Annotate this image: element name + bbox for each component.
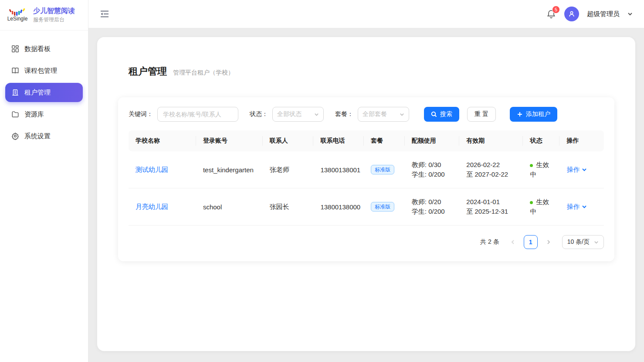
login-account: test_kindergarten bbox=[196, 151, 263, 188]
main-area: 5 超级管理员 租户管理 管理平台租户（学校） 关键词： bbox=[88, 0, 644, 362]
brand-area: LeSingle 少儿智慧阅读 服务管理后台 bbox=[0, 0, 88, 31]
status-cell: 生效中 bbox=[523, 188, 559, 225]
header-right: 5 超级管理员 bbox=[546, 7, 633, 21]
add-tenant-button[interactable]: 添加租户 bbox=[510, 107, 557, 122]
dashboard-icon bbox=[11, 45, 19, 53]
col-contact: 联系人 bbox=[263, 130, 314, 151]
row-actions-dropdown[interactable]: 操作 bbox=[566, 203, 587, 211]
page-head: 租户管理 管理平台租户（学校） bbox=[129, 65, 614, 78]
col-validity: 有效期 bbox=[459, 130, 523, 151]
menu-fold-icon bbox=[100, 9, 109, 19]
chevron-down-icon bbox=[582, 204, 587, 209]
col-school-name: 学校名称 bbox=[129, 130, 196, 151]
pagination-total: 共 2 条 bbox=[480, 238, 499, 246]
plan-select[interactable]: 全部套餐 bbox=[358, 107, 409, 122]
table-row: 测试幼儿园 test_kindergarten 张老师 13800138001 … bbox=[129, 151, 604, 188]
search-icon bbox=[431, 111, 437, 117]
sidebar-item-course-packages[interactable]: 课程包管理 bbox=[5, 61, 83, 80]
sidebar: LeSingle 少儿智慧阅读 服务管理后台 数据看板 课程包管理 租户管理 bbox=[0, 0, 88, 362]
plan-label: 套餐： bbox=[335, 110, 353, 118]
page-size-select[interactable]: 10 条/页 bbox=[562, 235, 604, 249]
keyword-input[interactable] bbox=[157, 107, 238, 122]
contact-phone: 13800138001 bbox=[313, 151, 364, 188]
logo-bars-icon bbox=[8, 8, 27, 16]
school-name-link[interactable]: 月亮幼儿园 bbox=[136, 203, 168, 210]
status-select-value: 全部状态 bbox=[277, 110, 302, 118]
sidebar-item-label: 系统设置 bbox=[24, 132, 51, 140]
valid-to: 至 2025-12-31 bbox=[466, 207, 516, 216]
book-icon bbox=[11, 67, 19, 75]
search-button[interactable]: 搜索 bbox=[424, 107, 459, 122]
table-header: 学校名称 登录账号 联系人 联系电话 套餐 配额使用 有效期 状态 操作 bbox=[129, 130, 604, 151]
tenant-table: 学校名称 登录账号 联系人 联系电话 套餐 配额使用 有效期 状态 操作 bbox=[129, 130, 604, 225]
chevron-down-icon bbox=[594, 240, 599, 245]
brand-subtitle: 服务管理后台 bbox=[33, 16, 75, 24]
content-area: 租户管理 管理平台租户（学校） 关键词： 状态： 全部状态 bbox=[88, 28, 644, 362]
status-dot bbox=[530, 164, 533, 167]
pagination-page-1[interactable]: 1 bbox=[524, 235, 538, 249]
login-account: school bbox=[196, 188, 263, 225]
status-select[interactable]: 全部状态 bbox=[272, 107, 324, 122]
pagination-prev-button[interactable] bbox=[506, 236, 519, 249]
page-card: 租户管理 管理平台租户（学校） 关键词： 状态： 全部状态 bbox=[97, 37, 635, 351]
brand-logo: LeSingle bbox=[6, 8, 29, 22]
chevron-down-icon bbox=[400, 112, 404, 117]
validity-cell: 2024-01-01 至 2025-12-31 bbox=[459, 188, 523, 225]
quota-cell: 教师: 0/20 学生: 0/200 bbox=[405, 188, 459, 225]
col-status: 状态 bbox=[523, 130, 559, 151]
sidebar-item-label: 租户管理 bbox=[24, 89, 51, 97]
status-label: 状态： bbox=[250, 110, 268, 118]
sidebar-item-dashboard[interactable]: 数据看板 bbox=[5, 39, 83, 58]
pagination: 共 2 条 1 10 条/页 bbox=[129, 235, 604, 249]
plan-select-value: 全部套餐 bbox=[363, 110, 387, 118]
row-actions-dropdown[interactable]: 操作 bbox=[566, 166, 587, 174]
sidebar-menu: 数据看板 课程包管理 租户管理 资源库 系统设置 bbox=[0, 31, 88, 157]
quota-teachers: 教师: 0/30 bbox=[412, 160, 452, 170]
plan-tag: 标准版 bbox=[371, 202, 394, 212]
avatar[interactable] bbox=[564, 7, 579, 21]
page-title: 租户管理 bbox=[129, 65, 167, 78]
contact-name: 张老师 bbox=[263, 151, 314, 188]
sidebar-item-tenants[interactable]: 租户管理 bbox=[5, 83, 83, 102]
pagination-next-button[interactable] bbox=[542, 236, 555, 249]
valid-from: 2024-01-01 bbox=[466, 197, 516, 207]
sidebar-item-label: 课程包管理 bbox=[24, 67, 57, 75]
tenant-panel: 关键词： 状态： 全部状态 套餐： 全部套餐 bbox=[118, 97, 614, 261]
username[interactable]: 超级管理员 bbox=[587, 10, 620, 18]
notification-badge: 5 bbox=[552, 6, 560, 14]
valid-from: 2026-02-22 bbox=[466, 160, 516, 170]
row-actions-label: 操作 bbox=[566, 166, 580, 174]
brand-title: 少儿智慧阅读 bbox=[33, 7, 75, 16]
chevron-left-icon bbox=[510, 239, 515, 245]
col-actions: 操作 bbox=[559, 130, 604, 151]
search-button-label: 搜索 bbox=[440, 110, 452, 118]
sidebar-item-resources[interactable]: 资源库 bbox=[5, 105, 83, 124]
chevron-down-icon bbox=[582, 167, 587, 172]
keyword-label: 关键词： bbox=[129, 110, 153, 118]
page-size-value: 10 条/页 bbox=[567, 238, 590, 246]
reset-button[interactable]: 重 置 bbox=[467, 107, 496, 122]
row-actions-label: 操作 bbox=[566, 203, 580, 211]
sidebar-item-label: 资源库 bbox=[24, 110, 44, 119]
table-row: 月亮幼儿园 school 张园长 13800138000 标准版 教师: 0/2… bbox=[129, 188, 604, 225]
reset-button-label: 重 置 bbox=[475, 110, 488, 118]
menu-fold-button[interactable] bbox=[100, 9, 109, 19]
chevron-down-icon[interactable] bbox=[627, 11, 633, 17]
contact-phone: 13800138000 bbox=[313, 188, 364, 225]
status-dot bbox=[530, 201, 533, 204]
col-phone: 联系电话 bbox=[313, 130, 364, 151]
school-name-link[interactable]: 测试幼儿园 bbox=[136, 166, 168, 173]
col-plan: 套餐 bbox=[364, 130, 405, 151]
plan-tag: 标准版 bbox=[371, 165, 394, 174]
quota-students: 学生: 0/200 bbox=[412, 207, 452, 216]
sidebar-item-settings[interactable]: 系统设置 bbox=[5, 126, 83, 146]
add-tenant-button-label: 添加租户 bbox=[526, 110, 550, 118]
folder-icon bbox=[11, 110, 19, 118]
col-quota: 配额使用 bbox=[405, 130, 459, 151]
gear-icon bbox=[11, 132, 19, 140]
contact-name: 张园长 bbox=[263, 188, 314, 225]
plus-icon bbox=[517, 111, 523, 117]
notification-button[interactable]: 5 bbox=[546, 9, 556, 19]
valid-to: 至 2027-02-22 bbox=[466, 170, 516, 179]
building-icon bbox=[11, 89, 19, 96]
